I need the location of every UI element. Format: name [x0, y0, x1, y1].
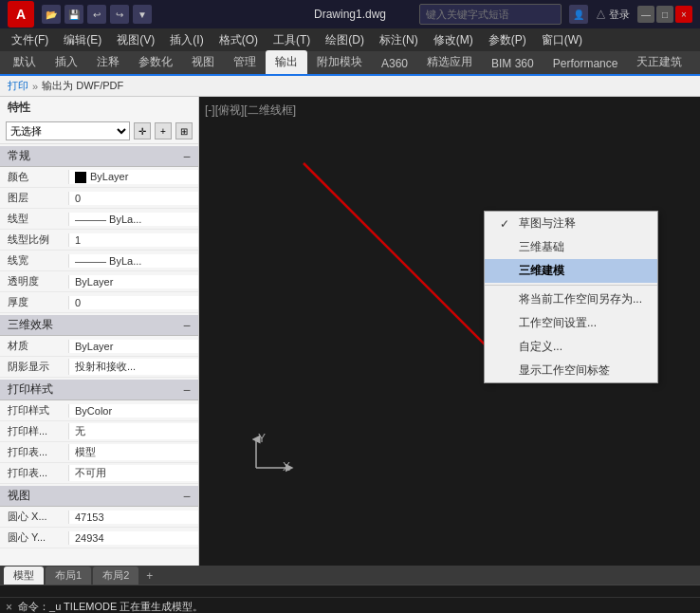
section-3d-toggle[interactable]: −	[183, 318, 191, 333]
selector-props-btn[interactable]: +	[155, 122, 172, 139]
main-area: 特性 无选择 ✛ + ⊞ 常规 − 颜色 ByLayer 图层 0 线型 ———…	[0, 97, 700, 566]
menu-dimension[interactable]: 标注(N)	[372, 29, 426, 51]
panel-title: 特性	[0, 97, 198, 119]
tab-performance[interactable]: Performance	[543, 53, 628, 74]
menu-param[interactable]: 参数(P)	[481, 29, 534, 51]
window-title: Drawing1.dwg	[314, 8, 386, 21]
selector-add-btn[interactable]: ✛	[134, 122, 151, 139]
command-bar: × 命令：_u TILEMODE 正在重生成模型。 ▷	[0, 585, 700, 613]
undo-button[interactable]: ↩	[87, 5, 106, 24]
save-button[interactable]: 💾	[64, 5, 83, 24]
context-menu: ✓ 草图与注释 三维基础 三维建模 将当前工作空间另存为... 工作空间设置..…	[484, 211, 658, 383]
prop-plotstyle: 打印样式 ByColor	[0, 400, 198, 421]
redo-button[interactable]: ↪	[110, 5, 129, 24]
breadcrumb: 打印 » 输出为 DWF/PDF	[0, 76, 700, 97]
ctx-item-showtag[interactable]: 显示工作空间标签	[485, 359, 657, 382]
prop-plottable: 打印表... 模型	[0, 442, 198, 463]
app-logo: A	[8, 1, 34, 28]
section-3d[interactable]: 三维效果 −	[0, 315, 198, 336]
tab-add-button[interactable]: +	[140, 567, 158, 585]
prop-ltscale: 线型比例 1	[0, 230, 198, 251]
section-printstyle-label: 打印样式	[8, 381, 53, 398]
tab-output[interactable]: 输出	[266, 50, 307, 74]
menu-bar: 文件(F) 编辑(E) 视图(V) 插入(I) 格式(O) 工具(T) 绘图(D…	[0, 28, 700, 51]
ctx-label-custom: 自定义...	[519, 339, 562, 355]
title-right: 键入关键字式短语 👤 △ 登录 — □ ×	[419, 4, 692, 25]
breadcrumb-output: 输出为 DWF/PDF	[42, 79, 123, 93]
ctx-item-custom[interactable]: 自定义...	[485, 335, 657, 359]
open-button[interactable]: 📂	[42, 5, 61, 24]
ctx-item-saveas[interactable]: 将当前工作空间另存为...	[485, 288, 657, 311]
tab-default[interactable]: 默认	[4, 50, 46, 74]
breadcrumb-print[interactable]: 打印	[8, 79, 28, 93]
tab-model[interactable]: 模型	[4, 567, 44, 585]
properties-panel: 特性 无选择 ✛ + ⊞ 常规 − 颜色 ByLayer 图层 0 线型 ———…	[0, 97, 199, 566]
menu-edit[interactable]: 编辑(E)	[56, 29, 109, 51]
object-selector[interactable]: 无选择	[6, 121, 130, 140]
canvas-area: [-][俯视][二维线框]	[199, 97, 700, 566]
minimize-button[interactable]: —	[637, 6, 654, 23]
tab-manage[interactable]: 管理	[224, 50, 266, 74]
tab-param[interactable]: 参数化	[129, 50, 182, 74]
ctx-item-3dbasic[interactable]: 三维基础	[485, 235, 657, 259]
section-view-toggle[interactable]: −	[183, 489, 191, 504]
tab-addons[interactable]: 附加模块	[307, 50, 372, 74]
section-general-label: 常规	[8, 148, 30, 164]
prop-linetype: 线型 ——— ByLa...	[0, 209, 198, 230]
tab-tianzheng[interactable]: 天正建筑	[627, 50, 691, 74]
tab-layout2[interactable]: 布局2	[93, 567, 138, 585]
tab-layout1[interactable]: 布局1	[46, 567, 91, 585]
menu-file[interactable]: 文件(F)	[4, 29, 56, 51]
section-printstyle-toggle[interactable]: −	[183, 382, 191, 398]
color-swatch	[75, 172, 86, 183]
tab-insert[interactable]: 插入	[46, 50, 87, 74]
section-printstyle[interactable]: 打印样式 −	[0, 380, 198, 400]
section-3d-label: 三维效果	[8, 317, 53, 333]
close-button[interactable]: ×	[675, 6, 692, 23]
command-output-text: 命令：_u TILEMODE 正在重生成模型。	[18, 600, 694, 613]
tab-annotate[interactable]: 注释	[87, 50, 129, 74]
section-view[interactable]: 视图 −	[0, 486, 198, 507]
prop-centerx: 圆心 X... 47153	[0, 507, 198, 528]
tab-featured[interactable]: 精选应用	[417, 50, 482, 74]
ctx-separator-1	[485, 285, 657, 286]
menu-draw[interactable]: 绘图(D)	[318, 29, 372, 51]
y-axis-label: Y	[258, 432, 266, 445]
prop-layer: 图层 0	[0, 188, 198, 209]
prop-shadow: 阴影显示 投射和接收...	[0, 357, 198, 378]
tab-bim360[interactable]: BIM 360	[482, 53, 543, 74]
prop-color: 颜色 ByLayer	[0, 167, 198, 188]
ctx-item-sketch[interactable]: ✓ 草图与注释	[485, 212, 657, 235]
menu-tools[interactable]: 工具(T)	[266, 29, 318, 51]
section-view-label: 视图	[8, 488, 30, 504]
menu-insert[interactable]: 插入(I)	[162, 29, 211, 51]
ribbon-tabs: 默认 插入 注释 参数化 视图 管理 输出 附加模块 A360 精选应用 BIM…	[0, 51, 700, 76]
ctx-label-showtag: 显示工作空间标签	[519, 362, 610, 379]
ctx-item-3dmodel[interactable]: 三维建模	[485, 259, 657, 283]
section-general-toggle[interactable]: −	[183, 149, 191, 164]
command-close[interactable]: ×	[6, 601, 12, 614]
menu-window[interactable]: 窗口(W)	[534, 29, 590, 51]
tab-a360[interactable]: A360	[372, 53, 417, 74]
menu-format[interactable]: 格式(O)	[212, 29, 266, 51]
prop-lineweight: 线宽 ——— ByLa...	[0, 251, 198, 271]
x-axis-label: X	[283, 460, 290, 474]
prop-thickness: 厚度 0	[0, 292, 198, 313]
window-controls: — □ ×	[637, 6, 692, 23]
maximize-button[interactable]: □	[656, 6, 673, 23]
bottom-tabs: 模型 布局1 布局2 +	[0, 566, 700, 585]
tab-view[interactable]: 视图	[182, 50, 224, 74]
menu-modify[interactable]: 修改(M)	[426, 29, 481, 51]
menu-view[interactable]: 视图(V)	[109, 29, 162, 51]
ctx-label-wsconfig: 工作空间设置...	[519, 315, 597, 331]
more-button[interactable]: ▼	[133, 5, 152, 24]
prop-material: 材质 ByLayer	[0, 336, 198, 357]
prop-transparency: 透明度 ByLayer	[0, 271, 198, 292]
section-general[interactable]: 常规 −	[0, 146, 198, 167]
user-icon[interactable]: 👤	[569, 5, 588, 24]
search-box[interactable]: 键入关键字式短语	[419, 4, 562, 25]
prop-centery: 圆心 Y... 24934	[0, 528, 198, 548]
ctx-item-wsconfig[interactable]: 工作空间设置...	[485, 311, 657, 335]
selector-lock-btn[interactable]: ⊞	[175, 122, 193, 139]
ctx-label-3dmodel: 三维建模	[519, 263, 564, 279]
